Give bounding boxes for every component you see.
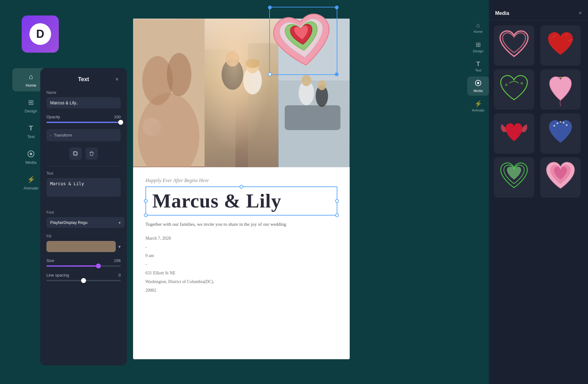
svg-point-33 xyxy=(553,125,555,127)
transform-chevron-icon: › xyxy=(50,133,51,137)
heart-media-4 xyxy=(543,72,577,107)
app-logo[interactable]: D xyxy=(22,15,59,53)
handle-left-center[interactable] xyxy=(144,199,148,203)
svg-point-24 xyxy=(318,80,326,90)
right-sidebar: ⌂ Home ⊞ Design T Text Media ⚡ Animate xyxy=(467,19,489,115)
delete-button[interactable] xyxy=(85,147,98,160)
media-item-5[interactable] xyxy=(494,113,534,154)
media-panel-close-button[interactable]: × xyxy=(578,10,582,16)
line-spacing-label: Line spacing xyxy=(46,273,69,277)
media-item-3[interactable] xyxy=(494,69,534,110)
svg-point-16 xyxy=(246,60,259,73)
size-value: 156 xyxy=(114,258,121,263)
line-spacing-thumb[interactable] xyxy=(81,278,86,283)
duplicate-button[interactable] xyxy=(69,147,82,160)
sidebar-item-animate-label: Animate xyxy=(24,186,38,190)
subtitle-text: Happily Ever After Begins Here xyxy=(145,178,337,183)
svg-point-34 xyxy=(556,122,558,124)
name-label: Name xyxy=(46,90,121,95)
media-grid xyxy=(489,20,588,203)
sidebar-item-media-label: Media xyxy=(25,160,36,165)
detail-dash1: - xyxy=(145,243,337,251)
selected-text-element[interactable]: Marcus & Lily xyxy=(145,186,337,216)
size-label: Size xyxy=(46,258,54,263)
svg-rect-20 xyxy=(285,105,340,130)
right-nav-animate-label: Animate xyxy=(472,108,484,112)
size-slider-track[interactable] xyxy=(46,265,121,267)
media-icon-left xyxy=(26,149,36,159)
photo-center xyxy=(205,19,278,167)
icon-buttons-row xyxy=(46,147,121,160)
font-select[interactable]: PlayfairDisplay Regu Arial Georgia xyxy=(46,217,125,228)
media-item-7[interactable] xyxy=(494,157,534,198)
svg-point-37 xyxy=(560,121,561,123)
size-slider-fill xyxy=(46,265,98,267)
right-design-icon: ⊞ xyxy=(476,41,481,48)
size-slider-thumb[interactable] xyxy=(96,264,101,268)
right-nav-design[interactable]: ⊞ Design xyxy=(467,38,489,56)
svg-rect-10 xyxy=(205,19,278,167)
opacity-slider-fill xyxy=(46,122,121,123)
heart-sticker-overlay[interactable] xyxy=(265,5,345,85)
right-nav-animate[interactable]: ⚡ Animate xyxy=(467,97,489,115)
svg-point-35 xyxy=(566,124,568,126)
heart-media-8 xyxy=(543,160,577,194)
media-item-4[interactable] xyxy=(540,69,581,110)
selection-handle-tl[interactable] xyxy=(268,6,272,9)
fill-color-picker[interactable] xyxy=(46,241,116,252)
media-item-8[interactable] xyxy=(540,157,581,198)
body-text: Together with our families, we invite yo… xyxy=(145,220,337,228)
heart-media-1 xyxy=(497,28,531,63)
detail-time: 9 am xyxy=(145,253,154,258)
main-title[interactable]: Marcus & Lily xyxy=(152,190,331,212)
media-item-1[interactable] xyxy=(494,25,534,66)
text-properties-panel: Text × Name Opacity 100 › Transform xyxy=(40,68,127,365)
details-text: March 7, 2028 - 9 am - 631 Elliott St NE… xyxy=(145,234,337,295)
text-field-section: Text Marcus & Lily xyxy=(46,171,121,204)
heart-media-6 xyxy=(543,116,577,151)
opacity-slider-track[interactable] xyxy=(46,122,121,123)
line-spacing-slider-track[interactable] xyxy=(46,280,121,281)
animate-icon: ⚡ xyxy=(26,175,36,185)
handle-bottom-left[interactable] xyxy=(144,213,148,217)
right-nav-text[interactable]: T Text xyxy=(467,57,489,75)
svg-point-1 xyxy=(30,153,32,155)
detail-address1: 631 Elliott St NE xyxy=(145,271,175,275)
media-item-6[interactable] xyxy=(540,113,581,154)
fill-dropdown-icon[interactable]: ▾ xyxy=(118,244,121,250)
canvas-text-content: Happily Ever After Begins Here Marcus & … xyxy=(133,167,350,301)
handle-bottom-right[interactable] xyxy=(335,213,339,217)
handle-top-center[interactable] xyxy=(240,185,243,189)
text-field-label: Text xyxy=(46,171,121,176)
heart-sticker-svg xyxy=(265,5,341,82)
heart-media-3 xyxy=(497,72,531,107)
media-item-2[interactable] xyxy=(540,25,581,66)
center-photo-image xyxy=(205,19,278,167)
heart-media-2 xyxy=(543,28,577,63)
text-icon-left: T xyxy=(26,123,36,133)
opacity-slider-thumb[interactable] xyxy=(118,120,123,125)
svg-point-30 xyxy=(505,84,508,86)
svg-rect-11 xyxy=(205,50,236,167)
right-nav-home[interactable]: ⌂ Home xyxy=(467,19,489,37)
right-nav-media[interactable]: Media xyxy=(467,76,489,96)
name-input[interactable] xyxy=(46,97,121,108)
text-textarea[interactable]: Marcus & Lily xyxy=(46,178,121,197)
panel-close-button[interactable]: × xyxy=(113,76,121,83)
sidebar-item-home-label: Home xyxy=(26,83,37,88)
photo-left-svg xyxy=(133,19,205,167)
right-nav-home-label: Home xyxy=(473,30,482,33)
transform-section[interactable]: › Transform xyxy=(46,129,121,141)
right-text-icon: T xyxy=(476,60,480,68)
media-panel-header: Media × xyxy=(489,6,588,20)
right-nav-text-label: Text xyxy=(475,68,481,72)
left-photo-image xyxy=(133,19,205,167)
photo-center-svg xyxy=(205,19,278,167)
right-home-icon: ⌂ xyxy=(476,22,480,29)
media-panel-title: Media xyxy=(495,11,509,16)
trash-icon xyxy=(89,151,94,156)
handle-right-center[interactable] xyxy=(335,199,339,203)
detail-address2: Washington, District of Columbia(DC), xyxy=(145,279,214,284)
home-icon: ⌂ xyxy=(26,72,36,82)
line-spacing-section: Line spacing 0 xyxy=(46,273,121,281)
